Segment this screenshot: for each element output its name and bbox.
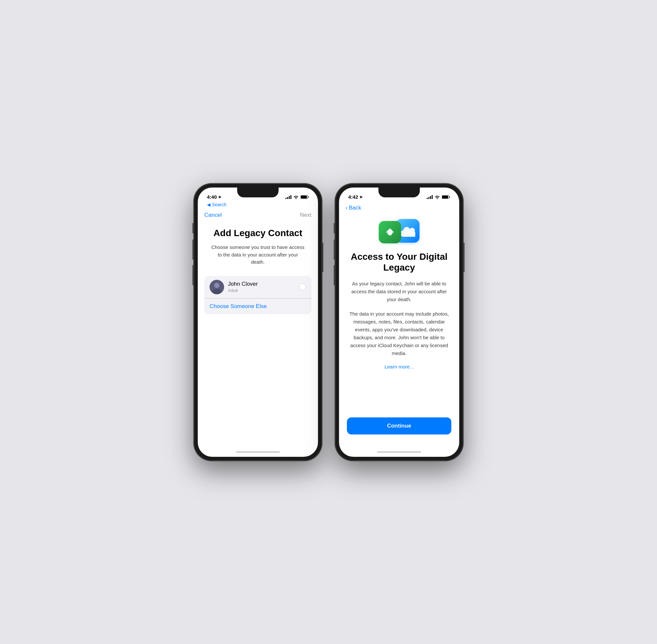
svg-rect-1 xyxy=(301,196,307,198)
contact-row[interactable]: John Clover Adult xyxy=(204,276,312,299)
cancel-button[interactable]: Cancel xyxy=(204,212,222,218)
signal-bar-4 xyxy=(290,195,291,199)
location-icon-2: ➤ xyxy=(359,195,363,199)
icon-cluster xyxy=(347,219,451,243)
continue-button[interactable]: Continue xyxy=(347,417,451,435)
svg-rect-6 xyxy=(442,196,448,198)
status-time-2: 4:42 ➤ xyxy=(348,194,363,200)
signal-bar-2 xyxy=(428,197,429,199)
signal-bars-2 xyxy=(427,195,433,199)
search-back: ◀ Search xyxy=(198,202,318,209)
next-button[interactable]: Next xyxy=(300,212,312,218)
nav-bar-2: ‹ Back xyxy=(339,202,459,214)
add-legacy-title: Add Legacy Contact xyxy=(198,221,318,244)
home-bar-1 xyxy=(236,451,280,453)
access-desc-1: As your legacy contact, John will be abl… xyxy=(347,280,451,303)
arrows-icon xyxy=(379,221,401,243)
phone-2: 4:42 ➤ xyxy=(335,184,463,461)
home-indicator-1 xyxy=(198,447,318,457)
avatar xyxy=(209,280,224,294)
choose-someone-text[interactable]: Choose Someone Else xyxy=(209,303,267,310)
screen-content-1: Add Legacy Contact Choose someone you tr… xyxy=(198,221,318,447)
phone-1-screen: 4:40 ➤ xyxy=(198,187,318,457)
svg-point-3 xyxy=(214,283,220,288)
signal-bars-1 xyxy=(286,195,291,199)
avatar-inner xyxy=(209,280,224,294)
home-indicator-2 xyxy=(339,447,459,457)
add-legacy-subtitle: Choose someone you trust to have access … xyxy=(198,244,318,276)
contact-card: John Clover Adult Choose Someone Else xyxy=(204,276,312,314)
continue-btn-container: Continue xyxy=(347,417,451,447)
access-title: Access to Your Digital Legacy xyxy=(347,251,451,273)
back-button[interactable]: ‹ Back xyxy=(345,205,361,211)
notch xyxy=(237,187,278,198)
contact-role: Adult xyxy=(228,288,299,293)
notch-2 xyxy=(379,187,420,198)
digital-legacy-screen: Access to Your Digital Legacy As your le… xyxy=(339,214,459,447)
chevron-left-icon: ‹ xyxy=(345,205,347,211)
signal-bar-2 xyxy=(287,197,288,199)
contact-name: John Clover xyxy=(228,281,299,288)
contact-info: John Clover Adult xyxy=(228,281,299,293)
signal-bar-3 xyxy=(289,196,290,199)
battery-icon-2 xyxy=(442,195,450,199)
radio-button[interactable] xyxy=(299,283,306,291)
choose-someone-row[interactable]: Choose Someone Else xyxy=(204,299,312,314)
signal-bar-1 xyxy=(427,198,428,199)
nav-bar-1: Cancel Next xyxy=(198,209,318,221)
signal-bar-4 xyxy=(432,195,433,199)
signal-bar-3 xyxy=(430,196,431,199)
location-icon: ➤ xyxy=(218,195,221,199)
signal-bar-1 xyxy=(286,198,287,199)
battery-icon-1 xyxy=(300,195,309,199)
learn-more-link[interactable]: Learn more... xyxy=(347,364,451,369)
wifi-icon-2 xyxy=(435,195,440,199)
status-icons-1 xyxy=(286,195,309,199)
phone-2-screen: 4:42 ➤ xyxy=(339,187,459,457)
status-icons-2 xyxy=(427,195,450,199)
access-desc-2: The data in your account may include pho… xyxy=(347,310,451,357)
status-time-1: 4:40 ➤ xyxy=(207,194,221,200)
wifi-icon-1 xyxy=(293,195,299,199)
phone-1: 4:40 ➤ xyxy=(194,184,322,461)
home-bar-2 xyxy=(377,451,421,453)
